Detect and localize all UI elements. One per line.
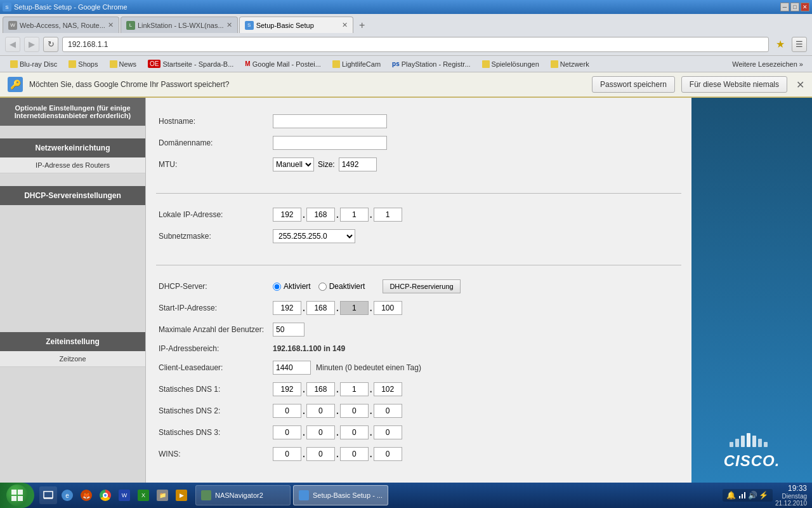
mtu-size-input[interactable] [339, 157, 377, 171]
tray-icon-1[interactable]: 🔔 [726, 490, 737, 500]
dhcp-server-label: DHCP-Server: [159, 282, 273, 291]
dhcp-aktiviert-label[interactable]: Aktiviert [273, 282, 311, 291]
tab-1-close[interactable]: ✕ [108, 21, 114, 29]
tab-2-label: LinkStation - LS-WXL(nas... [138, 22, 224, 29]
hostname-input[interactable] [273, 114, 387, 128]
sidebar-subitem-ip[interactable]: IP-Adresse des Routers [0, 157, 145, 173]
lease-input[interactable] [273, 361, 311, 375]
dns1-b[interactable] [306, 382, 335, 396]
taskbar-icon-4[interactable]: X [134, 486, 152, 504]
forward-button[interactable]: ▶ [24, 37, 39, 52]
reload-button[interactable]: ↻ [43, 37, 58, 52]
start-ip-c[interactable] [340, 301, 369, 315]
dns3-a[interactable] [273, 425, 301, 439]
local-ip-a[interactable] [273, 208, 301, 222]
tab-3-close[interactable]: ✕ [342, 21, 348, 29]
bookmark-bluray[interactable]: Blu-ray Disc [5, 57, 62, 71]
tab-3[interactable]: S Setup-Basic Setup ✕ [239, 17, 353, 33]
password-bar-close[interactable]: ✕ [796, 79, 804, 91]
wins-dot-3: . [370, 449, 372, 459]
taskbar-icon-3[interactable]: W [115, 486, 133, 504]
domain-input[interactable] [273, 136, 387, 150]
dns2-b[interactable] [306, 404, 335, 418]
domain-row: Domänenname: [159, 136, 679, 150]
dns3-b[interactable] [306, 425, 335, 439]
wins-c[interactable] [340, 447, 369, 461]
subnet-select[interactable]: 255.255.255.0 [273, 229, 355, 243]
start-ip-row: Start-IP-Adresse: . . . [159, 301, 679, 315]
sidebar-subitem-timezone[interactable]: Zeitzone [0, 351, 145, 367]
title-bar-left: S Setup-Basic Setup - Google Chrome [3, 3, 128, 11]
wins-d[interactable] [374, 447, 402, 461]
dns2-a[interactable] [273, 404, 301, 418]
nav-bar: ◀ ▶ ↻ 192.168.1.1 ★ ☰ [0, 33, 812, 56]
sidebar-section-time: Zeiteinstellung Zeitzone [0, 332, 145, 367]
settings-button[interactable]: ☰ [792, 37, 807, 52]
dhcp-reservation-button[interactable]: DHCP-Reservierung [383, 279, 460, 293]
bookmark-star[interactable]: ★ [773, 37, 788, 52]
dns3-c[interactable] [340, 425, 369, 439]
dhcp-deaktiviert-label[interactable]: Deaktiviert [318, 282, 365, 291]
taskbar-icon-2[interactable]: 🦊 [77, 486, 95, 504]
close-button[interactable]: ✕ [801, 3, 809, 11]
start-button[interactable] [0, 483, 34, 508]
bookmark-gmail[interactable]: M Google Mail - Postei... [240, 57, 326, 71]
never-save-button[interactable]: Für diese Website niemals [681, 76, 787, 93]
tab-2[interactable]: L LinkStation - LS-WXL(nas... ✕ [121, 17, 238, 33]
bookmark-more[interactable]: Weitere Lesezeichen » [728, 60, 807, 68]
save-password-button[interactable]: Passwort speichern [592, 76, 675, 93]
dns1-d[interactable] [374, 382, 402, 396]
dns2-c[interactable] [340, 404, 369, 418]
minimize-button[interactable]: ─ [780, 3, 789, 11]
tab-2-close[interactable]: ✕ [226, 21, 232, 29]
tray-icon-network[interactable] [737, 490, 747, 500]
sidebar-spacer-1 [0, 126, 145, 138]
dns2-d[interactable] [374, 404, 402, 418]
bookmark-sparda[interactable]: OE Startseite - Sparda-B... [143, 57, 239, 71]
wins-a[interactable] [273, 447, 301, 461]
local-ip-d[interactable] [374, 208, 402, 222]
bookmark-netzwerk[interactable]: Netzwerk [546, 57, 594, 71]
taskbar-app-nas[interactable]: NASNavigator2 [195, 485, 291, 505]
taskbar-app-setup[interactable]: Setup-Basic Setup - ... [293, 485, 388, 505]
tray-icon-power[interactable]: ⚡ [759, 490, 769, 500]
media-icon: ▶ [176, 490, 187, 501]
taskbar-icon-chrome[interactable] [96, 486, 114, 504]
bookmark-spiele[interactable]: Spielelösungen [477, 57, 544, 71]
dhcp-aktiviert-radio[interactable] [273, 283, 281, 291]
taskbar-icon-5[interactable]: 📁 [154, 486, 171, 504]
local-ip-c[interactable] [340, 208, 369, 222]
max-users-input[interactable] [273, 323, 304, 337]
back-button[interactable]: ◀ [5, 37, 20, 52]
wins-b[interactable] [306, 447, 335, 461]
new-tab-button[interactable]: + [355, 18, 370, 33]
taskbar-icon-show-desktop[interactable] [39, 486, 57, 504]
address-bar[interactable]: 192.168.1.1 [62, 37, 769, 52]
dns1-c[interactable] [340, 382, 369, 396]
tab-1[interactable]: W Web-Access, NAS, Route... ✕ [3, 17, 119, 33]
maximize-button[interactable]: □ [790, 3, 799, 11]
bookmark-folder-icon [332, 60, 340, 68]
bookmark-playstation[interactable]: ps PlayStation - Registr... [387, 57, 476, 71]
start-ip-b[interactable] [306, 301, 335, 315]
bookmark-news[interactable]: News [105, 57, 142, 71]
bookmark-folder-icon [482, 60, 490, 68]
dns3-d[interactable] [374, 425, 402, 439]
taskbar-icon-1[interactable]: e [58, 486, 76, 504]
bookmark-shops[interactable]: Shops [63, 57, 103, 71]
local-ip-b[interactable] [306, 208, 335, 222]
dhcp-deaktiviert-radio[interactable] [318, 283, 327, 291]
chrome-icon [100, 490, 111, 501]
dns1-a[interactable] [273, 382, 301, 396]
browser-window: S Setup-Basic Setup - Google Chrome ─ □ … [0, 0, 812, 508]
taskbar-icon-6[interactable]: ▶ [173, 486, 190, 504]
tray-icon-sound[interactable]: 🔊 [748, 490, 758, 500]
bookmark-lightlife[interactable]: LightlifeCam [327, 57, 386, 71]
lease-label: Client-Leasedauer: [159, 363, 273, 372]
taskbar-apps: NASNavigator2 Setup-Basic Setup - ... [193, 485, 717, 505]
start-ip-d[interactable] [374, 301, 402, 315]
start-ip-a[interactable] [273, 301, 301, 315]
dns1-dot-1: . [303, 384, 305, 394]
mtu-mode-select[interactable]: Manuell [273, 157, 314, 171]
lease-row: Client-Leasedauer: Minuten (0 bedeutet e… [159, 361, 679, 375]
